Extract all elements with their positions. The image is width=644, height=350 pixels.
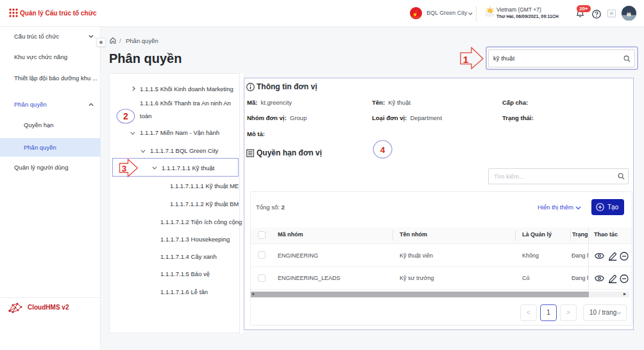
svg-text:1: 1 — [463, 54, 469, 65]
svg-text:4: 4 — [380, 145, 386, 155]
svg-text:2: 2 — [123, 111, 128, 121]
svg-text:3: 3 — [122, 164, 127, 173]
